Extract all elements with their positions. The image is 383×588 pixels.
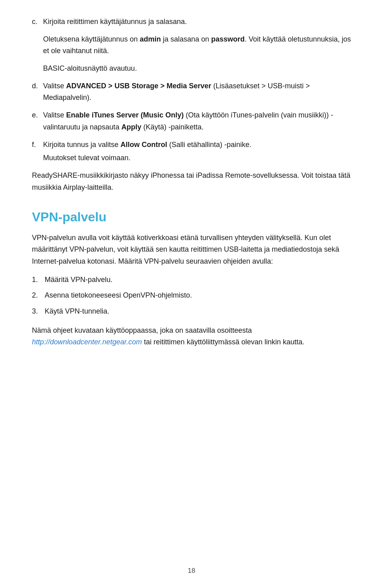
list-item-defaults: Oletuksena käyttäjätunnus on admin ja sa… — [32, 34, 351, 57]
final-paragraph: Nämä ohjeet kuvataan käyttöoppaassa, jok… — [32, 325, 351, 348]
item-defaults-label — [32, 34, 43, 57]
num-1: 1. — [32, 274, 45, 286]
item-basic-content: BASIC-aloitusnäyttö avautuu. — [43, 63, 351, 75]
num-3-content: Käytä VPN-tunnelia. — [45, 306, 351, 318]
numbered-list: 1. Määritä VPN-palvelu. 2. Asenna tietok… — [32, 274, 351, 318]
list-item-d: d. Valitse ADVANCED > USB Storage > Medi… — [32, 80, 351, 104]
numbered-item-1: 1. Määritä VPN-palvelu. — [32, 274, 351, 286]
item-e-content: Valitse Enable iTunes Server (Music Only… — [43, 109, 351, 133]
item-f-bold: Allow Control — [120, 141, 167, 149]
numbered-item-3: 3. Käytä VPN-tunnelia. — [32, 306, 351, 318]
num-2-content: Asenna tietokoneeseesi OpenVPN-ohjelmist… — [45, 290, 351, 302]
page-number: 18 — [0, 565, 383, 576]
item-basic-label — [32, 63, 43, 75]
vpn-intro-paragraph: VPN-palvelun avulla voit käyttää kotiver… — [32, 232, 351, 268]
list-item-f: f. Kirjoita tunnus ja valitse Allow Cont… — [32, 139, 351, 164]
item-defaults-content: Oletuksena käyttäjätunnus on admin ja sa… — [43, 34, 351, 57]
vpn-section-heading: VPN-palvelu — [32, 209, 351, 224]
item-f-sub: Muutokset tulevat voimaan. — [43, 152, 351, 164]
item-e-bold2: Apply — [121, 123, 141, 131]
item-f-label: f. — [32, 139, 43, 164]
list-item-basic: BASIC-aloitusnäyttö avautuu. — [32, 63, 351, 75]
page-container: c. Kirjoita reitittimen käyttäjätunnus j… — [0, 0, 383, 588]
paragraph-readyshare: ReadySHARE-musiikkikirjasto näkyy iPhone… — [32, 170, 351, 193]
admin-text: admin — [140, 35, 161, 43]
numbered-item-2: 2. Asenna tietokoneeseesi OpenVPN-ohjelm… — [32, 290, 351, 302]
num-3: 3. — [32, 306, 45, 318]
list-item-e: e. Valitse Enable iTunes Server (Music O… — [32, 109, 351, 133]
item-c-label: c. — [32, 16, 43, 28]
item-e-bold1: Enable iTunes Server (Music Only) — [66, 111, 184, 119]
item-d-bold: ADVANCED > USB Storage > Media Server — [66, 82, 211, 90]
num-2: 2. — [32, 290, 45, 302]
item-d-label: d. — [32, 80, 43, 104]
item-c-content: Kirjoita reitittimen käyttäjätunnus ja s… — [43, 16, 351, 28]
netgear-link[interactable]: http://downloadcenter.netgear.com — [32, 338, 142, 346]
list-item-c: c. Kirjoita reitittimen käyttäjätunnus j… — [32, 16, 351, 28]
password-text: password — [211, 35, 245, 43]
paragraph3-suffix: tai reitittimen käyttöliittymässä olevan… — [142, 338, 304, 346]
item-d-content: Valitse ADVANCED > USB Storage > Media S… — [43, 80, 351, 104]
num-1-content: Määritä VPN-palvelu. — [45, 274, 351, 286]
item-e-label: e. — [32, 109, 43, 133]
item-f-content: Kirjoita tunnus ja valitse Allow Control… — [43, 139, 351, 164]
paragraph3-prefix: Nämä ohjeet kuvataan käyttöoppaassa, jok… — [32, 326, 252, 334]
